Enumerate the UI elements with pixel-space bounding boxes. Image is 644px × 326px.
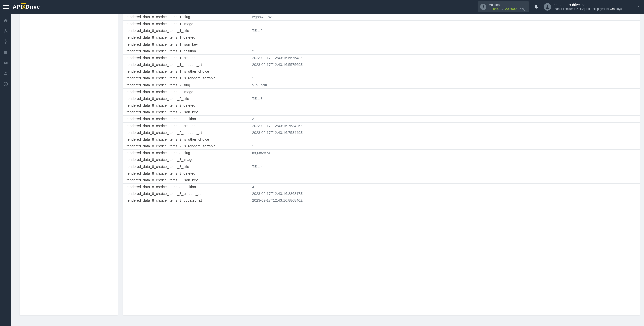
left-sidebar: [0, 14, 11, 326]
top-header: APIXDrive i Actions: 12'546 of 200'000 (…: [0, 0, 644, 14]
row-key: rendered_data_8_choice_items_1_json_key: [123, 41, 249, 48]
row-key: rendered_data_8_choice_items_2_deleted: [123, 102, 249, 109]
row-key: rendered_data_8_choice_items_1_position: [123, 48, 249, 54]
user-menu[interactable]: demo_apix-drive_s3 Plan |Premium EXTRA| …: [544, 3, 622, 11]
sidebar-home[interactable]: [1, 16, 10, 25]
avatar-icon: [544, 3, 551, 11]
svg-point-7: [5, 85, 6, 85]
row-value: 2023-02-17T12:43:16.557569Z: [249, 61, 640, 68]
data-table: rendered_data_8_choice_items_1_slugwgppw…: [123, 14, 640, 204]
row-value: 2: [249, 48, 640, 54]
user-meta: demo_apix-drive_s3 Plan |Premium EXTRA| …: [554, 3, 622, 11]
row-value: [249, 41, 640, 48]
user-plan: Plan |Premium EXTRA| left until payment …: [554, 7, 622, 11]
actions-count: 12'546: [489, 7, 499, 11]
row-key: rendered_data_8_choice_items_2_slug: [123, 82, 249, 88]
row-value: 3: [249, 115, 640, 122]
table-row: rendered_data_8_choice_items_2_json_key: [123, 109, 640, 115]
row-key: rendered_data_8_choice_items_2_position: [123, 115, 249, 122]
table-row: rendered_data_8_choice_items_1_deleted: [123, 34, 640, 41]
table-row: rendered_data_8_choice_items_1_json_key: [123, 41, 640, 48]
row-key: rendered_data_8_choice_items_1_is_other_…: [123, 68, 249, 75]
table-row: rendered_data_8_choice_items_3_created_a…: [123, 190, 640, 197]
table-row: rendered_data_8_choice_items_2_is_random…: [123, 143, 640, 149]
svg-point-0: [547, 5, 548, 7]
actions-of: of: [501, 7, 503, 11]
row-key: rendered_data_8_choice_items_2_json_key: [123, 109, 249, 115]
row-key: rendered_data_8_choice_items_2_is_random…: [123, 143, 249, 149]
table-row: rendered_data_8_choice_items_2_updated_a…: [123, 129, 640, 136]
table-row: rendered_data_8_choice_items_2_created_a…: [123, 122, 640, 129]
row-key: rendered_data_8_choice_items_3_updated_a…: [123, 197, 249, 204]
sidebar-help[interactable]: [1, 79, 10, 89]
row-value: [249, 109, 640, 115]
row-value: 2023-02-17T12:43:16.886840Z: [249, 197, 640, 204]
logo-api: API: [13, 4, 22, 10]
row-value: 1: [249, 75, 640, 82]
row-key: rendered_data_8_choice_items_2_image: [123, 88, 249, 95]
row-key: rendered_data_8_choice_items_3_deleted: [123, 170, 249, 177]
table-row: rendered_data_8_choice_items_2_is_other_…: [123, 136, 640, 143]
menu-toggle-button[interactable]: [3, 4, 9, 10]
row-value: 2023-02-17T12:43:16.753449Z: [249, 129, 640, 136]
table-row: rendered_data_8_choice_items_2_image: [123, 88, 640, 95]
logo[interactable]: APIXDrive: [13, 4, 40, 10]
table-row: rendered_data_8_choice_items_1_titleTEst…: [123, 27, 640, 34]
row-key: rendered_data_8_choice_items_1_deleted: [123, 34, 249, 41]
row-value: [249, 170, 640, 177]
sidebar-briefcase[interactable]: [1, 48, 10, 57]
row-key: rendered_data_8_choice_items_3_json_key: [123, 177, 249, 183]
actions-text: Actions: 12'546 of 200'000 (6%): [489, 3, 526, 11]
row-value: mQ38zA7J: [249, 149, 640, 156]
logo-drive: Drive: [25, 4, 40, 10]
sidebar-connections[interactable]: [1, 27, 10, 36]
sidebar-account[interactable]: [1, 69, 10, 78]
row-key: rendered_data_8_choice_items_2_updated_a…: [123, 129, 249, 136]
row-value: TEst 3: [249, 95, 640, 102]
table-row: rendered_data_8_choice_items_2_slugVIbK7…: [123, 82, 640, 88]
row-value: wgppwoGW: [249, 14, 640, 20]
table-row: rendered_data_8_choice_items_1_slugwgppw…: [123, 14, 640, 20]
table-row: rendered_data_8_choice_items_1_image: [123, 20, 640, 27]
actions-total: 200'000: [505, 7, 517, 11]
table-row: rendered_data_8_choice_items_2_titleTEst…: [123, 95, 640, 102]
info-icon: i: [480, 4, 486, 10]
actions-pct: (6%): [519, 7, 526, 11]
row-value: 2023-02-17T12:43:16.753425Z: [249, 122, 640, 129]
row-key: rendered_data_8_choice_items_3_position: [123, 183, 249, 190]
row-key: rendered_data_8_choice_items_3_image: [123, 156, 249, 163]
row-key: rendered_data_8_choice_items_1_updated_a…: [123, 61, 249, 68]
svg-point-1: [5, 29, 6, 30]
chevron-down-icon[interactable]: [637, 4, 641, 9]
row-key: rendered_data_8_choice_items_3_slug: [123, 149, 249, 156]
row-value: [249, 156, 640, 163]
sidebar-video[interactable]: [1, 58, 10, 67]
table-row: rendered_data_8_choice_items_1_created_a…: [123, 54, 640, 61]
actions-badge[interactable]: i Actions: 12'546 of 200'000 (6%): [478, 1, 529, 12]
row-value: [249, 34, 640, 41]
table-row: rendered_data_8_choice_items_3_image: [123, 156, 640, 163]
table-row: rendered_data_8_choice_items_3_titleTEst…: [123, 163, 640, 170]
left-panel: [20, 14, 118, 315]
sidebar-billing[interactable]: [1, 37, 10, 46]
row-key: rendered_data_8_choice_items_3_title: [123, 163, 249, 170]
table-row: rendered_data_8_choice_items_3_json_key: [123, 177, 640, 183]
actions-label: Actions:: [489, 3, 526, 7]
svg-point-5: [5, 72, 7, 73]
row-value: 1: [249, 143, 640, 149]
row-key: rendered_data_8_choice_items_2_created_a…: [123, 122, 249, 129]
table-row: rendered_data_8_choice_items_1_updated_a…: [123, 61, 640, 68]
data-panel: rendered_data_8_choice_items_1_slugwgppw…: [123, 14, 640, 315]
row-value: TEst 2: [249, 27, 640, 34]
row-key: rendered_data_8_choice_items_1_slug: [123, 14, 249, 20]
row-key: rendered_data_8_choice_items_3_created_a…: [123, 190, 249, 197]
table-row: rendered_data_8_choice_items_2_deleted: [123, 102, 640, 109]
notifications-button[interactable]: [534, 4, 539, 9]
row-value: [249, 102, 640, 109]
row-key: rendered_data_8_choice_items_1_image: [123, 20, 249, 27]
row-value: [249, 136, 640, 143]
table-row: rendered_data_8_choice_items_3_position4: [123, 183, 640, 190]
row-value: 2023-02-17T12:43:16.557548Z: [249, 54, 640, 61]
row-value: VIbK7ZiK: [249, 82, 640, 88]
row-value: [249, 177, 640, 183]
